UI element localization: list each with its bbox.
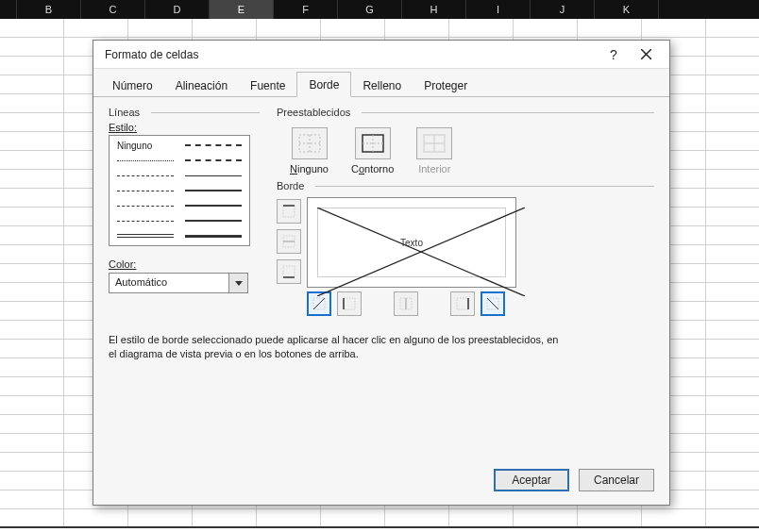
cell[interactable] [706,245,759,264]
cell[interactable] [0,358,64,377]
cell[interactable] [706,113,759,132]
border-bottom-button[interactable] [277,259,301,284]
cell[interactable] [0,490,64,509]
cell[interactable] [0,321,64,340]
cell[interactable] [0,509,64,528]
cell[interactable] [321,19,385,38]
line-style-thick[interactable] [185,232,242,240]
cell[interactable] [0,264,64,283]
cell[interactable] [706,57,759,75]
cell[interactable] [706,377,759,396]
cell[interactable] [0,302,64,321]
cell[interactable] [642,19,706,38]
cell[interactable] [449,19,514,38]
cell[interactable] [385,19,449,38]
cell[interactable] [706,19,759,38]
line-style-thick2[interactable] [185,217,242,224]
cell[interactable] [321,509,385,528]
cell[interactable] [0,377,64,396]
cell[interactable] [706,490,759,509]
cell[interactable] [64,19,128,38]
tab-borde[interactable]: Borde [296,72,351,97]
line-style-dotted-fine[interactable] [117,157,174,164]
line-style-none[interactable]: Ninguno [117,141,174,149]
ok-button[interactable]: Aceptar [494,469,569,491]
border-horizontal-middle-button[interactable] [277,229,301,254]
col-head-i[interactable]: I [466,0,531,19]
line-style-dash-dot-dot[interactable] [117,217,174,224]
col-head-f[interactable]: F [274,0,338,19]
cell[interactable] [706,415,759,434]
cell[interactable] [128,19,193,38]
cell[interactable] [0,151,64,170]
cell[interactable] [706,264,759,283]
cell[interactable] [706,151,759,170]
line-style-dash-dot[interactable] [117,202,174,209]
line-style-medium[interactable] [185,187,242,194]
cell[interactable] [706,472,759,490]
cell[interactable] [0,453,64,472]
cell[interactable] [706,94,759,113]
cell[interactable] [0,226,64,245]
cell[interactable] [0,57,64,75]
line-style-medium-dashdot[interactable] [185,157,242,164]
cell[interactable] [706,189,759,208]
cell[interactable] [0,245,64,264]
close-button[interactable] [630,42,662,68]
cell[interactable] [706,396,759,415]
tab-numero[interactable]: Número [101,74,164,97]
tab-proteger[interactable]: Proteger [413,74,479,97]
cell[interactable] [706,453,759,472]
col-head-g[interactable]: G [338,0,402,19]
border-preview[interactable]: Texto [307,197,516,288]
cell[interactable] [706,340,759,358]
cell[interactable] [706,38,759,57]
line-style-double[interactable] [117,232,174,240]
line-style-picker[interactable]: Ninguno [109,135,250,246]
cancel-button[interactable]: Cancelar [579,469,654,491]
line-style-medium2[interactable] [185,202,242,209]
cell[interactable] [0,472,64,490]
cell[interactable] [706,434,759,453]
line-style-dashed-fine[interactable] [117,187,174,194]
cell[interactable] [706,132,759,151]
cell[interactable] [514,509,578,528]
cell[interactable] [706,226,759,245]
preset-outline[interactable]: Contorno [351,127,394,175]
cell[interactable] [706,509,759,528]
col-head-h[interactable]: H [402,0,466,19]
line-style-dotted[interactable] [117,172,174,179]
cell[interactable] [0,396,64,415]
cell[interactable] [578,509,642,528]
cell[interactable] [64,509,128,528]
cell[interactable] [706,170,759,189]
cell[interactable] [257,19,321,38]
cell[interactable] [0,189,64,208]
cell[interactable] [706,302,759,321]
cell[interactable] [578,19,642,38]
cell[interactable] [706,283,759,302]
cell[interactable] [0,283,64,302]
cell[interactable] [0,132,64,151]
cell[interactable] [0,170,64,189]
cell[interactable] [0,415,64,434]
border-top-button[interactable] [277,199,301,224]
preset-inside[interactable]: Interior [416,127,452,175]
cell[interactable] [706,358,759,377]
tab-alineacion[interactable]: Alineación [164,74,239,97]
cell[interactable] [706,208,759,226]
cell[interactable] [0,94,64,113]
col-head-j[interactable]: J [531,0,595,19]
cell[interactable] [0,113,64,132]
cell[interactable] [193,509,257,528]
cell[interactable] [0,75,64,94]
cell[interactable] [706,321,759,340]
cell[interactable] [642,509,706,528]
line-style-medium-dash[interactable] [185,141,242,149]
col-head-c[interactable]: C [81,0,145,19]
col-head-k[interactable]: K [595,0,659,19]
cell[interactable] [449,509,514,528]
col-head-e[interactable]: E [210,0,274,19]
preset-none[interactable]: Ninguno [290,127,329,175]
cell[interactable] [0,19,64,38]
